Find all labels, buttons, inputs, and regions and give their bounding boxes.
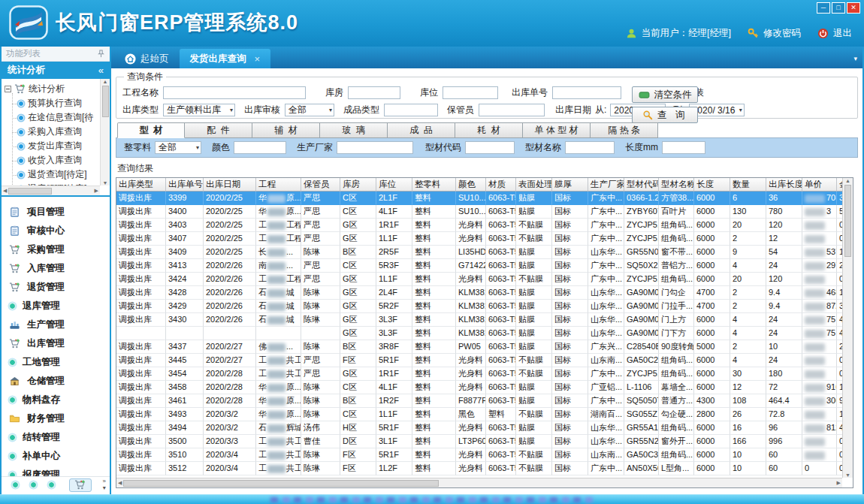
column-header-outlen[interactable]: 出库长度 <box>766 178 802 192</box>
sidebar-item-11[interactable]: 财务管理 <box>9 409 110 428</box>
tree-item-1[interactable]: 在途信息查询[待 <box>8 110 99 125</box>
column-header-keeper[interactable]: 保管员 <box>301 178 340 192</box>
table-row[interactable]: 调拨出库34582020/2/28华原...陈琳C区4L1F整料光身料6063-… <box>116 381 842 394</box>
column-header-wh[interactable]: 库房 <box>340 178 376 192</box>
logout-link[interactable]: 退出 <box>833 27 852 40</box>
table-row[interactable]: 调拨出库34612020/2/28华原...陈琳B区1R2F整料F8877FT6… <box>116 394 842 408</box>
table-row[interactable]: 调拨出库35002020/3/3工共工程曹佳D区3L1F整料LT3P606063… <box>116 435 842 448</box>
column-header-no[interactable]: 出库单号 <box>166 178 204 192</box>
table-row[interactable]: 调拨出库34542020/2/28工共工程严思G区1R1F整料光身料6063-T… <box>116 367 842 381</box>
material-tab-1[interactable]: 配 件 <box>185 122 252 138</box>
table-row[interactable]: 调拨出库34132020/2/26南...严思C区5R3F整料G71422606… <box>116 259 842 273</box>
search-button[interactable]: 查 询 <box>632 107 698 123</box>
table-row[interactable]: 调拨出库34372020/2/27佛...陈琳B区3R8F整料PW056063-… <box>116 340 842 354</box>
tree-item-0[interactable]: 预算执行查询 <box>8 96 99 110</box>
sidebar-item-8[interactable]: 工地管理 <box>9 353 110 372</box>
warehouse-input[interactable] <box>348 86 400 99</box>
tab-list-caret-icon[interactable]: ▾ <box>853 55 857 62</box>
column-header-type[interactable]: 出库类型 <box>116 178 166 192</box>
sidebar-item-3[interactable]: 入库管理 <box>9 259 110 278</box>
table-row[interactable]: 调拨出库34452020/2/27工共工程严思F区5R1F整料光身料6063-T… <box>116 354 842 367</box>
scroll-thumb[interactable] <box>123 480 439 487</box>
table-row[interactable]: 调拨出库34242020/2/26工工程严思G区1L1F整料光身料6063-T5… <box>116 273 842 286</box>
column-header-name[interactable]: 型材名称 <box>659 178 694 192</box>
column-header-color[interactable]: 颜色 <box>456 178 486 192</box>
clear-conditions-button[interactable]: 清空条件 <box>632 86 698 103</box>
table-row[interactable]: 调拨出库35102020/3/4工共工程陈琳F区5R1F整料光身料6063-T5… <box>116 448 842 462</box>
column-header-film[interactable]: 膜厚 <box>552 178 588 192</box>
material-tab-5[interactable]: 耗 材 <box>455 122 523 138</box>
table-row[interactable]: 调拨出库34032020/2/25工工程严思G区1R1F整料光身料6063-T5… <box>116 219 842 232</box>
column-header-qty[interactable]: 数量 <box>730 178 766 192</box>
sidebar-item-10[interactable]: 物料盘存 <box>9 391 110 409</box>
scroll-right-icon[interactable]: ▶ <box>95 188 98 194</box>
profile-code-input[interactable] <box>465 141 515 154</box>
scroll-thumb[interactable] <box>8 188 52 195</box>
material-tab-4[interactable]: 成 品 <box>388 122 455 138</box>
scroll-thumb[interactable] <box>844 185 851 257</box>
tab-shipping-outbound-query[interactable]: 发货出库查询 × <box>180 49 271 68</box>
tab-close-icon[interactable]: × <box>255 53 261 65</box>
tree-vertical-scrollbar[interactable]: ▲▼ <box>100 79 110 186</box>
keeper-input[interactable] <box>479 104 545 116</box>
table-row[interactable]: 调拨出库35122020/3/4工共工程陈琳F区1L2F整料光身料6063-T5… <box>116 462 842 475</box>
sidebar-item-1[interactable]: 审核中心 <box>9 222 110 240</box>
table-row[interactable]: 调拨出库34292020/2/26石城陈琳G区5R2F整料KLM38176063… <box>116 300 842 313</box>
column-header-date[interactable]: 出库日期 <box>204 178 256 192</box>
length-input[interactable] <box>662 141 705 154</box>
audit-select[interactable]: 全部▾ <box>285 104 334 116</box>
column-header-len[interactable]: 长度 <box>694 178 730 192</box>
profile-name-input[interactable] <box>565 141 615 154</box>
column-header-mat[interactable]: 材质 <box>486 178 516 192</box>
scroll-thumb[interactable] <box>102 86 109 117</box>
tree-item-4[interactable]: 收货入库查询 <box>8 153 99 167</box>
factory-input[interactable] <box>337 141 413 154</box>
table-row[interactable]: 调拨出库34072020/2/25工工程严思G区1L1F整料光身料6063-T5… <box>116 232 842 246</box>
column-header-price[interactable]: 单价 <box>802 178 837 192</box>
order-no-input[interactable] <box>552 86 621 99</box>
sidebar-item-5[interactable]: 退库管理 <box>9 297 110 315</box>
column-header-mfr[interactable]: 生产厂家 <box>588 178 624 192</box>
scroll-left-icon[interactable]: ◀ <box>118 480 122 486</box>
table-row[interactable]: 调拨出库34942020/3/2石辉城汤伟H区5R1F整料光身料6063-T5贴… <box>116 421 842 435</box>
minimize-button[interactable]: ─ <box>817 2 830 14</box>
table-row[interactable]: 调拨出库33992020/2/25华原...严思C区2L1F整料SU10...6… <box>116 192 842 205</box>
scroll-left-icon[interactable]: ◀ <box>3 188 7 194</box>
sidebar-item-13[interactable]: 补单中心 <box>9 447 110 466</box>
dot-icon[interactable] <box>12 481 19 488</box>
sidebar-item-6[interactable]: 生产管理 <box>9 315 110 334</box>
column-header-loc[interactable]: 库位 <box>376 178 412 192</box>
tree-item-3[interactable]: 发货出库查询 <box>8 139 99 153</box>
cart-tool-button[interactable] <box>69 478 92 492</box>
sidebar-item-14[interactable]: 报废管理 <box>9 466 110 476</box>
table-row[interactable]: G区3L3F整料KLM38176063-T5贴膜国标山东华...GA90M09.… <box>116 327 842 340</box>
close-button[interactable]: ✕ <box>847 2 860 14</box>
tree-horizontal-scrollbar[interactable]: ◀▶ <box>2 186 100 195</box>
column-header-code[interactable]: 型材代码 <box>624 178 659 192</box>
location-input[interactable] <box>443 86 498 99</box>
sidebar-item-9[interactable]: 仓储管理 <box>9 372 110 391</box>
table-row[interactable]: 调拨出库34092020/2/25长...陈琳B区2R5F整料LI35HD606… <box>116 246 842 259</box>
tab-home[interactable]: 起始页 <box>114 49 180 68</box>
column-header-surf[interactable]: 表面处理 <box>516 178 552 192</box>
grid-horizontal-scrollbar[interactable]: ◀▶ <box>116 478 842 487</box>
color-input[interactable] <box>234 141 286 154</box>
scroll-down-icon[interactable]: ▼ <box>845 472 850 478</box>
material-tab-0[interactable]: 型 材 <box>117 122 185 138</box>
grid-vertical-scrollbar[interactable]: ▲▼ <box>842 178 853 478</box>
outbound-type-select[interactable]: 生产领料出库▾ <box>163 104 235 116</box>
sidebar-item-2[interactable]: 采购管理 <box>9 240 110 259</box>
dot-icon[interactable] <box>48 481 55 488</box>
material-tab-3[interactable]: 玻 璃 <box>320 122 388 138</box>
table-row[interactable]: 调拨出库34282020/2/26石城陈琳G区2L4F整料KLM38176063… <box>116 286 842 300</box>
tree-item-2[interactable]: 采购入库查询 <box>8 125 99 139</box>
sidebar-item-12[interactable]: 结转管理 <box>9 428 110 447</box>
scroll-up-icon[interactable]: ▲ <box>845 178 850 183</box>
table-row[interactable]: 调拨出库34002020/2/25华原...严思C区4L1F整料SU10...6… <box>116 205 842 219</box>
sidebar-item-7[interactable]: 出库管理 <box>9 334 110 353</box>
maximize-button[interactable]: □ <box>832 2 845 14</box>
zhengling-select[interactable]: 全部▾ <box>155 141 201 154</box>
table-row[interactable]: 调拨出库34932020/3/2华原...陈琳C区1L1F整料黑色塑料不贴膜国标… <box>116 408 842 421</box>
expander-icon[interactable] <box>5 86 11 92</box>
tree-root-node[interactable]: 统计分析 <box>5 82 99 96</box>
